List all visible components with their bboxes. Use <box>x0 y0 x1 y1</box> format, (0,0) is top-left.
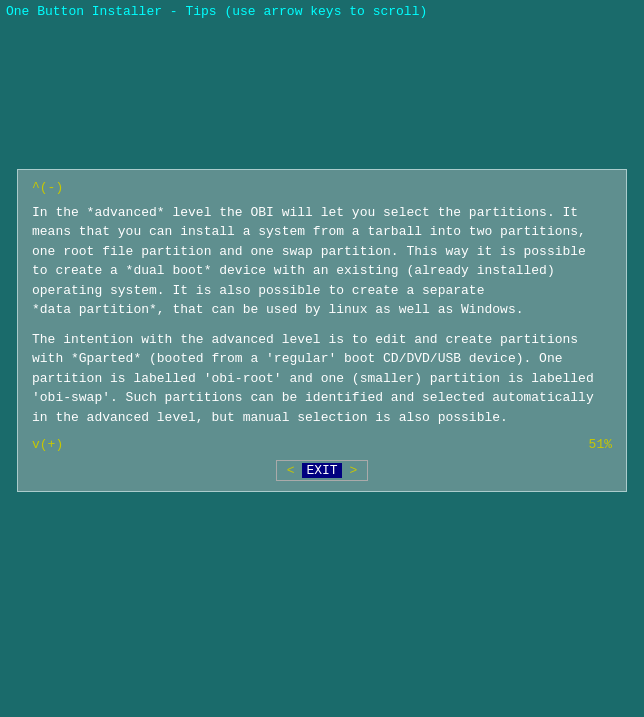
page-wrapper: One Button Installer - Tips (use arrow k… <box>0 0 644 717</box>
exit-button[interactable]: < EXIT > <box>276 460 368 481</box>
content-paragraph-2: The intention with the advanced level is… <box>32 330 612 428</box>
scroll-percent: 51% <box>589 437 612 452</box>
exit-label: EXIT <box>302 463 341 478</box>
content-paragraph-1: In the *advanced* level the OBI will let… <box>32 203 612 320</box>
scroll-bottom-row: v(+) 51% <box>32 437 612 452</box>
dialog-box: ^(-) In the *advanced* level the OBI wil… <box>17 169 627 493</box>
button-bar: < EXIT > <box>32 460 612 481</box>
scroll-up-indicator: ^(-) <box>32 180 612 195</box>
right-bracket: > <box>342 463 358 478</box>
title-bar: One Button Installer - Tips (use arrow k… <box>0 0 644 22</box>
scroll-down-indicator: v(+) <box>32 437 63 452</box>
center-area: ^(-) In the *advanced* level the OBI wil… <box>0 22 644 717</box>
title-text: One Button Installer - Tips (use arrow k… <box>6 4 427 19</box>
left-bracket: < <box>287 463 303 478</box>
